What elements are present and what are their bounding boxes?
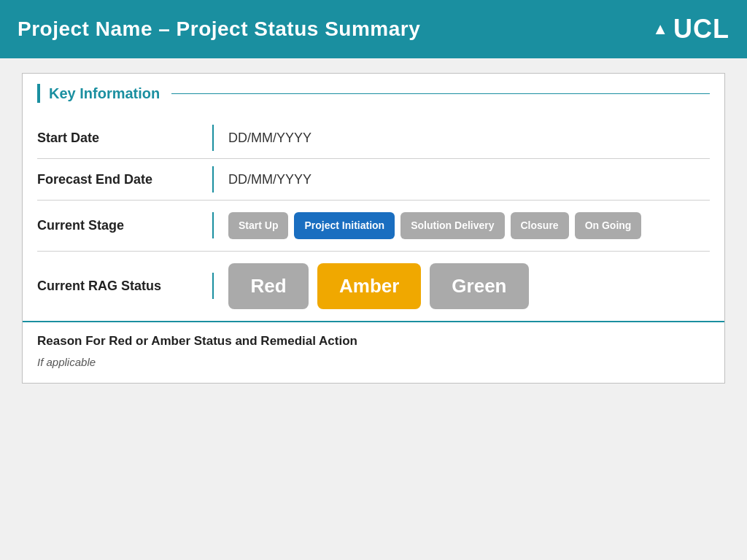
current-rag-divider	[212, 273, 214, 299]
info-section: Start Date DD/MM/YYYY Forecast End Date …	[23, 110, 724, 322]
forecast-end-date-row: Forecast End Date DD/MM/YYYY	[37, 159, 710, 200]
start-date-value: DD/MM/YYYY	[228, 131, 311, 146]
ucl-logo: ▲ UCL	[652, 14, 729, 44]
stage-buttons-container: Start UpProject InitiationSolution Deliv…	[228, 212, 641, 239]
section-accent-bar	[37, 84, 40, 103]
ucl-logo-text: UCL	[673, 14, 729, 44]
page-header: Project Name – Project Status Summary ▲ …	[0, 0, 747, 58]
forecast-end-date-value: DD/MM/YYYY	[228, 172, 311, 187]
current-stage-divider	[212, 212, 214, 238]
forecast-end-date-divider	[212, 166, 214, 192]
rag-button-amber[interactable]: Amber	[317, 263, 421, 309]
section-header-line	[171, 93, 710, 94]
stage-button-3[interactable]: Closure	[511, 212, 569, 239]
main-content: Key Information Start Date DD/MM/YYYY Fo…	[0, 58, 747, 560]
section-header: Key Information	[23, 74, 724, 110]
stage-button-0[interactable]: Start Up	[228, 212, 288, 239]
forecast-end-date-label: Forecast End Date	[37, 172, 212, 187]
rag-button-red[interactable]: Red	[228, 263, 309, 309]
start-date-label: Start Date	[37, 131, 212, 146]
page-title: Project Name – Project Status Summary	[18, 18, 420, 41]
current-rag-label: Current RAG Status	[37, 279, 212, 294]
current-stage-row: Current Stage Start UpProject Initiation…	[37, 201, 710, 251]
reason-title: Reason For Red or Amber Status and Remed…	[37, 334, 710, 349]
ucl-logo-icon: ▲	[652, 20, 669, 39]
reason-section: Reason For Red or Amber Status and Remed…	[23, 322, 724, 383]
summary-card: Key Information Start Date DD/MM/YYYY Fo…	[22, 73, 725, 384]
section-title: Key Information	[49, 85, 160, 102]
stage-button-4[interactable]: On Going	[575, 212, 642, 239]
rag-buttons-container: RedAmberGreen	[228, 263, 529, 309]
current-stage-label: Current Stage	[37, 218, 212, 233]
stage-button-2[interactable]: Solution Delivery	[400, 212, 504, 239]
stage-button-1[interactable]: Project Initiation	[294, 212, 395, 239]
rag-button-green[interactable]: Green	[430, 263, 528, 309]
reason-body: If applicable	[37, 356, 710, 368]
start-date-row: Start Date DD/MM/YYYY	[37, 117, 710, 158]
current-rag-row: Current RAG Status RedAmberGreen	[37, 252, 710, 321]
start-date-divider	[212, 125, 214, 151]
